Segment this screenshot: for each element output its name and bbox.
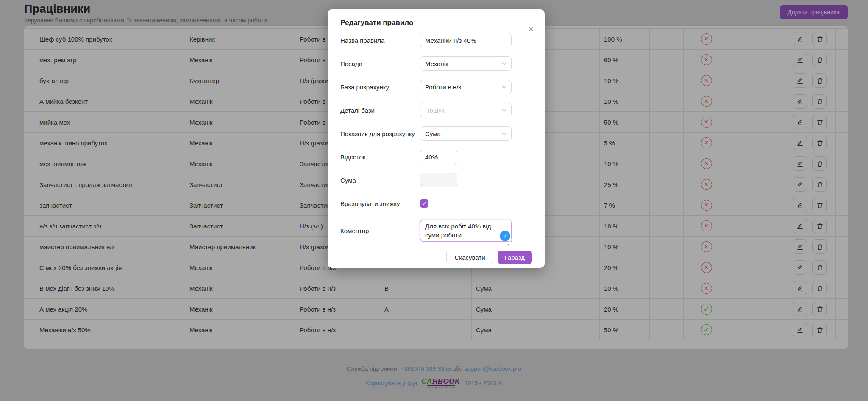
comment-label: Коментар bbox=[340, 227, 420, 234]
base-detail-label: Деталі бази bbox=[340, 107, 420, 114]
edit-rule-modal: × Редагувати правило Назва правила Посад… bbox=[328, 9, 545, 268]
metric-label: Показник для розрахунку bbox=[340, 130, 420, 137]
rule-name-label: Назва правила bbox=[340, 37, 420, 44]
field-metric: Показник для розрахунку Сума bbox=[340, 126, 532, 141]
field-percent: Відсоток bbox=[340, 150, 532, 164]
field-sum: Сума bbox=[340, 173, 532, 187]
chevron-down-icon bbox=[502, 86, 506, 89]
ok-button[interactable]: Гаразд bbox=[498, 251, 532, 264]
comment-textarea[interactable]: Для всіх робіт 40% від суми роботи bbox=[420, 220, 512, 242]
resize-handle-icon[interactable] bbox=[508, 239, 512, 243]
position-select[interactable]: Механік bbox=[420, 56, 512, 71]
close-icon[interactable]: × bbox=[526, 24, 536, 34]
field-position: Посада Механік bbox=[340, 56, 532, 71]
modal-actions: Скасувати Гаразд bbox=[340, 251, 532, 264]
rule-name-input[interactable] bbox=[420, 33, 512, 47]
field-discount: Враховувати знижку ✓ bbox=[340, 196, 532, 211]
check-icon: ✓ bbox=[422, 200, 427, 207]
field-comment: Коментар Для всіх робіт 40% від суми роб… bbox=[340, 220, 532, 242]
base-detail-select[interactable]: Пошук bbox=[420, 103, 512, 117]
percent-input[interactable] bbox=[420, 150, 457, 164]
discount-checkbox[interactable]: ✓ bbox=[420, 199, 428, 208]
metric-select[interactable]: Сума bbox=[420, 126, 512, 141]
percent-label: Відсоток bbox=[340, 153, 420, 161]
field-rule-name: Назва правила bbox=[340, 33, 532, 47]
modal-title: Редагувати правило bbox=[340, 19, 532, 27]
field-base: База розрахунку Роботи в н/з bbox=[340, 80, 532, 94]
discount-label: Враховувати знижку bbox=[340, 200, 420, 207]
sum-input bbox=[420, 173, 457, 187]
base-select[interactable]: Роботи в н/з bbox=[420, 80, 512, 94]
position-label: Посада bbox=[340, 60, 420, 67]
sum-label: Сума bbox=[340, 177, 420, 184]
field-base-detail: Деталі бази Пошук bbox=[340, 103, 532, 117]
chevron-down-icon bbox=[502, 132, 506, 135]
chevron-down-icon bbox=[502, 62, 506, 65]
cancel-button[interactable]: Скасувати bbox=[446, 251, 493, 264]
base-label: База розрахунку bbox=[340, 84, 420, 91]
chevron-down-icon bbox=[502, 109, 506, 112]
